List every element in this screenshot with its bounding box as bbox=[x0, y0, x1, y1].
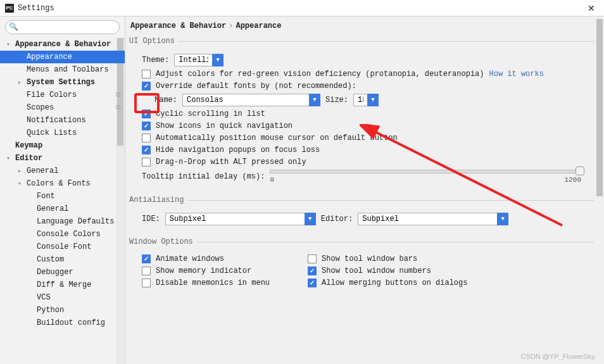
watermark: CSDN @YP_FlowerSky bbox=[520, 353, 595, 360]
toolbars-checkbox[interactable] bbox=[308, 254, 317, 263]
sidebar-item-keymap[interactable]: Keymap bbox=[0, 139, 125, 152]
sidebar-item-label: System Settings bbox=[25, 78, 95, 87]
sidebar-item-label: Language Defaults bbox=[35, 217, 114, 226]
sidebar-item-scopes[interactable]: Scopes⧉ bbox=[0, 101, 125, 114]
window-title: Settings bbox=[18, 4, 54, 13]
font-size-label: Size: bbox=[325, 96, 348, 104]
show-icons-checkbox[interactable] bbox=[142, 122, 151, 130]
sidebar-item-notifications[interactable]: Notifications bbox=[0, 114, 125, 127]
memory-checkbox[interactable] bbox=[142, 267, 151, 275]
sidebar-item-label: Python bbox=[35, 306, 64, 315]
sidebar-item-appearance-behavior[interactable]: ▾Appearance & Behavior bbox=[0, 38, 125, 51]
sidebar-item-label: General bbox=[35, 204, 68, 213]
sidebar-item-label: Appearance & Behavior bbox=[14, 40, 111, 49]
main-panel: Appearance & Behavior›Appearance UI Opti… bbox=[125, 16, 604, 364]
sidebar-item-label: Keymap bbox=[14, 141, 42, 150]
sidebar: 🔍 ▾Appearance & BehaviorAppearanceMenus … bbox=[0, 16, 125, 364]
sidebar-item-appearance[interactable]: Appearance bbox=[0, 51, 125, 63]
auto-mouse-checkbox[interactable] bbox=[142, 134, 151, 142]
sidebar-item-general[interactable]: General bbox=[0, 203, 125, 215]
close-icon[interactable]: ✕ bbox=[584, 2, 599, 15]
cyclic-checkbox[interactable] bbox=[142, 110, 151, 118]
copy-icon: ⧉ bbox=[116, 91, 121, 99]
drag-alt-checkbox[interactable] bbox=[142, 158, 151, 166]
tree-arrow-icon: ▾ bbox=[6, 154, 14, 162]
theme-label: Theme: bbox=[142, 56, 169, 65]
sidebar-item-label: Console Font bbox=[35, 242, 91, 251]
sidebar-item-general[interactable]: ▸General bbox=[0, 165, 125, 177]
sidebar-item-label: File Colors bbox=[25, 91, 77, 99]
sidebar-item-menus-and-toolbars[interactable]: Menus and Toolbars bbox=[0, 63, 125, 76]
titlebar: PC Settings ✕ bbox=[0, 0, 604, 16]
editor-aa-combo[interactable]: ▼ bbox=[358, 213, 508, 225]
slider-thumb bbox=[576, 166, 584, 175]
ide-aa-label: IDE: bbox=[142, 215, 160, 223]
override-fonts-checkbox[interactable] bbox=[142, 82, 151, 91]
window-options-group: Window Options Animate windows Show memo… bbox=[129, 237, 594, 291]
mnemonics-checkbox[interactable] bbox=[142, 279, 151, 287]
sidebar-item-console-colors[interactable]: Console Colors bbox=[0, 228, 125, 241]
theme-combo[interactable]: ▼ bbox=[174, 54, 223, 66]
ui-options-group: UI Options Theme: ▼ Adjust colors for re… bbox=[129, 37, 594, 187]
chevron-down-icon: ▼ bbox=[212, 54, 223, 66]
tree-arrow-icon: ▾ bbox=[18, 180, 25, 187]
copy-icon: ⧉ bbox=[116, 104, 121, 111]
sidebar-item-file-colors[interactable]: File Colors⧉ bbox=[0, 89, 125, 101]
sidebar-item-font[interactable]: Font bbox=[0, 190, 125, 203]
hide-nav-checkbox[interactable] bbox=[142, 146, 151, 154]
sidebar-item-label: Custom bbox=[35, 255, 64, 264]
sidebar-item-label: Quick Lists bbox=[25, 129, 77, 137]
adjust-colors-checkbox[interactable] bbox=[142, 70, 151, 78]
sidebar-item-label: Editor bbox=[14, 154, 42, 163]
app-icon: PC bbox=[5, 4, 14, 13]
font-name-combo[interactable]: ▼ bbox=[182, 94, 320, 106]
sidebar-item-label: Appearance bbox=[25, 53, 72, 61]
sidebar-item-label: General bbox=[25, 166, 58, 175]
sidebar-item-debugger[interactable]: Debugger bbox=[0, 266, 125, 279]
toolnums-checkbox[interactable] bbox=[308, 267, 317, 275]
chevron-down-icon: ▼ bbox=[497, 213, 508, 225]
sidebar-item-diff-merge[interactable]: Diff & Merge bbox=[0, 279, 125, 291]
chevron-down-icon: ▼ bbox=[305, 213, 316, 225]
sidebar-item-system-settings[interactable]: ▸System Settings bbox=[0, 76, 125, 89]
sidebar-item-label: Font bbox=[35, 192, 55, 201]
chevron-down-icon: ▼ bbox=[309, 94, 320, 106]
sidebar-item-label: Scopes bbox=[25, 103, 54, 112]
sidebar-item-label: Colors & Fonts bbox=[25, 179, 91, 188]
sidebar-item-label: Diff & Merge bbox=[35, 280, 91, 289]
sidebar-item-vcs[interactable]: VCS bbox=[0, 291, 125, 304]
sidebar-item-label: Menus and Toolbars bbox=[25, 65, 109, 74]
font-name-label: Name: bbox=[154, 96, 177, 104]
sidebar-item-custom[interactable]: Custom bbox=[0, 253, 125, 266]
sidebar-item-python[interactable]: Python bbox=[0, 304, 125, 317]
font-size-combo[interactable]: ▼ bbox=[353, 94, 379, 106]
breadcrumb: Appearance & Behavior›Appearance bbox=[129, 20, 594, 37]
tree-arrow-icon: ▸ bbox=[18, 167, 25, 175]
merge-checkbox[interactable] bbox=[308, 279, 317, 287]
ide-aa-combo[interactable]: ▼ bbox=[165, 213, 316, 225]
sidebar-item-colors-fonts[interactable]: ▾Colors & Fonts bbox=[0, 177, 125, 190]
sidebar-item-label: Console Colors bbox=[35, 230, 101, 239]
sidebar-item-editor[interactable]: ▾Editor bbox=[0, 152, 125, 165]
search-input[interactable] bbox=[5, 20, 120, 34]
tooltip-delay-slider[interactable]: 01200 bbox=[270, 170, 594, 184]
how-it-works-link[interactable]: How it works bbox=[489, 70, 543, 78]
sidebar-item-label: VCS bbox=[35, 293, 51, 302]
search-icon: 🔍 bbox=[9, 22, 18, 32]
main-scrollbar[interactable] bbox=[595, 19, 604, 361]
antialiasing-group: Antialiasing IDE: ▼ Editor: ▼ bbox=[129, 196, 594, 229]
sidebar-item-label: Buildout config bbox=[35, 318, 105, 327]
tooltip-delay-label: Tooltip initial delay (ms): bbox=[142, 172, 265, 181]
sidebar-item-quick-lists[interactable]: Quick Lists bbox=[0, 127, 125, 139]
tree-arrow-icon: ▾ bbox=[6, 41, 14, 48]
editor-aa-label: Editor: bbox=[321, 215, 353, 223]
chevron-down-icon: ▼ bbox=[367, 94, 379, 106]
sidebar-item-console-font[interactable]: Console Font bbox=[0, 241, 125, 253]
sidebar-tree: ▾Appearance & BehaviorAppearanceMenus an… bbox=[0, 38, 125, 364]
tree-arrow-icon: ▸ bbox=[18, 78, 25, 86]
sidebar-item-label: Debugger bbox=[35, 268, 73, 277]
animate-checkbox[interactable] bbox=[142, 254, 151, 263]
sidebar-item-label: Notifications bbox=[25, 116, 86, 125]
sidebar-item-buildout-config[interactable]: Buildout config bbox=[0, 317, 125, 329]
sidebar-item-language-defaults[interactable]: Language Defaults bbox=[0, 215, 125, 228]
